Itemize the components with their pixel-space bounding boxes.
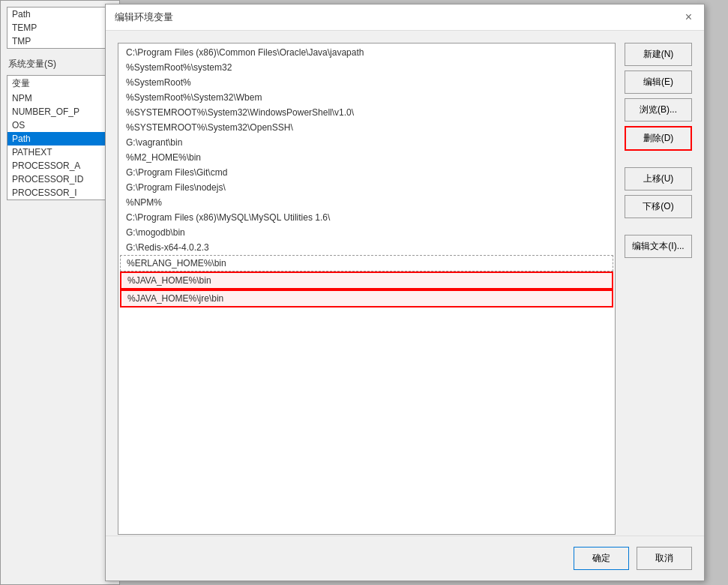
bg-list-item[interactable]: Path — [7, 8, 112, 21]
path-entry[interactable]: G:\Program Files\nodejs\ — [120, 180, 613, 195]
spacer — [625, 155, 692, 163]
path-entry-java-bin[interactable]: %JAVA_HOME%\bin — [120, 272, 613, 290]
path-list[interactable]: C:\Program Files (x86)\Common Files\Orac… — [118, 43, 616, 535]
edit-env-dialog: 编辑环境变量 × C:\Program Files (x86)\Common F… — [105, 4, 705, 581]
dialog-footer: 确定 取消 — [106, 536, 704, 580]
close-button[interactable]: × — [682, 11, 695, 23]
sys-var-item[interactable]: OS — [7, 118, 112, 132]
path-entry[interactable]: %NPM% — [120, 195, 613, 210]
edit-text-button[interactable]: 编辑文本(I)... — [625, 235, 692, 258]
path-entry-java-jre[interactable]: %JAVA_HOME%\jre\bin — [120, 290, 613, 308]
path-entry[interactable]: G:\Redis-x64-4.0.2.3 — [120, 240, 613, 255]
bg-list-item[interactable]: TEMP — [7, 21, 112, 34]
path-entry[interactable]: %M2_HOME%\bin — [120, 150, 613, 165]
delete-button[interactable]: 删除(D) — [625, 126, 692, 151]
action-buttons-panel: 新建(N) 编辑(E) 浏览(B)... 删除(D) 上移(U) 下移(O) 编… — [625, 43, 692, 535]
dialog-body: C:\Program Files (x86)\Common Files\Orac… — [106, 31, 704, 547]
background-window: Path TEMP TMP 系统变量(S) 变量 NPM NUMBER_OF_P… — [0, 0, 120, 585]
path-entry[interactable]: %SYSTEMROOT%\System32\WindowsPowerShell\… — [120, 105, 613, 120]
system-var-list: 变量 NPM NUMBER_OF_P OS Path PATHEXT PROCE… — [7, 75, 113, 200]
bg-list-item[interactable]: TMP — [7, 34, 112, 48]
spacer — [625, 223, 692, 230]
ok-button[interactable]: 确定 — [574, 547, 629, 570]
user-var-list: Path TEMP TMP — [7, 7, 113, 49]
new-button[interactable]: 新建(N) — [625, 43, 692, 66]
path-entry[interactable]: %SystemRoot% — [120, 75, 613, 90]
sys-var-item[interactable]: PROCESSOR_ID — [7, 172, 112, 186]
path-entry[interactable]: G:\Program Files\Git\cmd — [120, 165, 613, 180]
path-entry[interactable]: %SystemRoot%\system32 — [120, 60, 613, 75]
cancel-button[interactable]: 取消 — [637, 547, 692, 570]
path-entry-erlang[interactable]: %ERLANG_HOME%\bin — [120, 255, 613, 272]
move-down-button[interactable]: 下移(O) — [625, 195, 692, 218]
path-entry[interactable]: %SystemRoot%\System32\Wbem — [120, 90, 613, 105]
sys-var-item[interactable]: PROCESSOR_I — [7, 186, 112, 200]
path-entry[interactable]: G:\mogodb\bin — [120, 225, 613, 240]
path-entry[interactable]: C:\Program Files (x86)\MySQL\MySQL Utili… — [120, 210, 613, 225]
system-vars-label: 系统变量(S) — [4, 55, 116, 74]
sys-var-item[interactable]: PATHEXT — [7, 146, 112, 159]
path-entry[interactable]: %SYSTEMROOT%\System32\OpenSSH\ — [120, 120, 613, 135]
move-up-button[interactable]: 上移(U) — [625, 167, 692, 190]
sys-var-item[interactable]: 变量 — [7, 76, 112, 92]
path-entry[interactable]: C:\Program Files (x86)\Common Files\Orac… — [120, 45, 613, 60]
edit-button[interactable]: 编辑(E) — [625, 70, 692, 94]
sys-var-item[interactable]: NUMBER_OF_P — [7, 105, 112, 118]
sys-var-item-path[interactable]: Path — [7, 132, 112, 146]
browse-button[interactable]: 浏览(B)... — [625, 98, 692, 122]
dialog-title: 编辑环境变量 — [115, 10, 173, 24]
dialog-titlebar: 编辑环境变量 × — [106, 4, 704, 31]
sys-var-item[interactable]: PROCESSOR_A — [7, 159, 112, 172]
sys-var-item[interactable]: NPM — [7, 92, 112, 105]
path-entry[interactable]: G:\vagrant\bin — [120, 135, 613, 150]
